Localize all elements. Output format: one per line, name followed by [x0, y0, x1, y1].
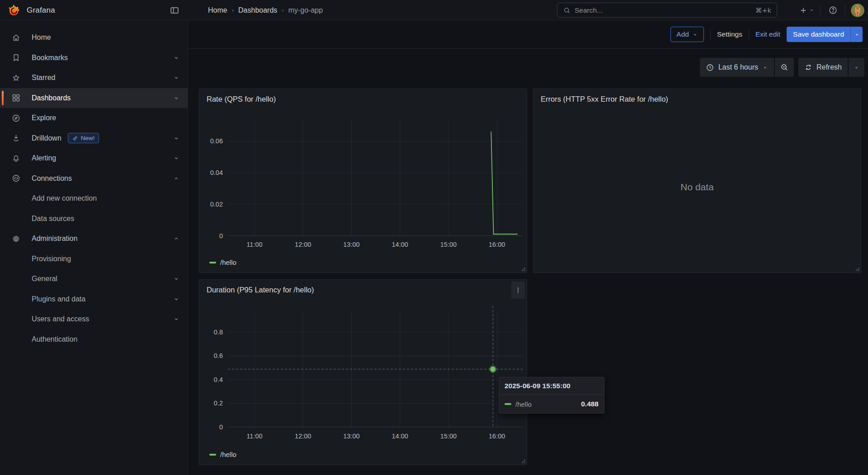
help-button[interactable] — [826, 4, 840, 17]
svg-text:16:00: 16:00 — [489, 433, 505, 440]
chevron-up-icon[interactable] — [173, 235, 179, 242]
svg-text:12:00: 12:00 — [295, 433, 311, 440]
chevron-down-icon — [762, 65, 768, 71]
chevron-down-icon — [854, 32, 860, 38]
clock-icon — [706, 63, 714, 72]
top-navbar: Grafana Home › Dashboards › my-go-app ⌘+… — [0, 0, 868, 20]
tooltip-series-value: 0.488 — [581, 400, 599, 408]
time-range-picker-button[interactable]: Last 6 hours — [700, 58, 774, 77]
chevron-down-icon[interactable] — [173, 75, 179, 81]
panel-errors-header[interactable]: Errors (HTTP 5xx Error Rate for /hello) — [533, 89, 861, 109]
time-range-group: Last 6 hours — [700, 58, 794, 77]
breadcrumb-current-dashboard: my-go-app — [288, 6, 323, 14]
sidebar-toggle-button[interactable] — [168, 4, 181, 17]
sidebar-item-dashboards[interactable]: Dashboards — [0, 88, 188, 108]
panel-menu-button[interactable] — [511, 282, 525, 299]
chevron-down-icon[interactable] — [173, 135, 179, 141]
panel-title[interactable]: Duration (P95 Latency for /hello) — [207, 286, 314, 294]
tooltip-series-name: /hello — [515, 400, 532, 408]
chevron-down-icon[interactable] — [173, 55, 179, 61]
svg-text:0.4: 0.4 — [214, 376, 223, 383]
tooltip-timestamp: 2025-06-09 15:55:00 — [499, 377, 604, 395]
dashboard-edit-toolbar: Add Settings Exit edit Save dashboard — [189, 20, 868, 49]
svg-text:14:00: 14:00 — [392, 241, 408, 248]
panel-rate: Rate (QPS for /hello) 11:0012:0013:0014:… — [199, 89, 527, 273]
panel-rate-header[interactable]: Rate (QPS for /hello) — [199, 89, 527, 109]
add-panel-button[interactable]: Add — [670, 27, 704, 42]
user-avatar[interactable] — [851, 4, 864, 17]
brand-area: Grafana — [7, 0, 55, 20]
sidebar-item-label: Starred — [32, 74, 55, 82]
sidebar-item-bookmarks[interactable]: Bookmarks — [0, 48, 188, 68]
sidebar-item-authentication[interactable]: Authentication — [0, 329, 188, 350]
chevron-down-icon — [692, 32, 698, 38]
sidebar-item-users-and-access[interactable]: Users and access — [0, 309, 188, 329]
sidebar-item-label: Dashboards — [32, 94, 71, 102]
chevron-down-icon[interactable] — [173, 95, 179, 101]
svg-text:13:00: 13:00 — [343, 433, 359, 440]
panel-resize-handle[interactable] — [854, 265, 860, 272]
panel-title[interactable]: Errors (HTTP 5xx Error Rate for /hello) — [541, 95, 668, 103]
sidebar-item-data-sources[interactable]: Data sources — [0, 209, 188, 229]
search-input[interactable] — [575, 6, 752, 14]
chevron-up-icon[interactable] — [173, 175, 179, 182]
save-dashboard-button[interactable]: Save dashboard — [787, 27, 850, 42]
nav-right-actions — [799, 0, 864, 20]
chevron-down-icon[interactable] — [173, 276, 179, 282]
sidebar-item-add-new-connection[interactable]: Add new connection — [0, 188, 188, 209]
sidebar-item-provisioning[interactable]: Provisioning — [0, 249, 188, 269]
legend-item-hello[interactable]: /hello — [209, 451, 236, 458]
legend-label: /hello — [220, 259, 236, 266]
chevron-down-icon[interactable] — [173, 296, 179, 302]
panel-duration-header[interactable]: Duration (P95 Latency for /hello) — [199, 280, 527, 300]
svg-text:15:00: 15:00 — [440, 241, 457, 248]
svg-text:12:00: 12:00 — [295, 241, 311, 248]
exit-edit-button[interactable]: Exit edit — [755, 30, 780, 38]
chevron-down-icon[interactable] — [173, 316, 179, 322]
rocket-icon — [72, 135, 78, 141]
sidebar-item-general[interactable]: General — [0, 269, 188, 289]
new-menu-button[interactable] — [799, 6, 815, 15]
breadcrumb-home[interactable]: Home — [208, 6, 227, 14]
search-shortcut-hint: ⌘+k — [755, 7, 771, 14]
legend-item-hello[interactable]: /hello — [209, 259, 236, 266]
legend-color-dash — [209, 262, 216, 263]
sidebar-item-label: Provisioning — [32, 255, 71, 263]
divider — [845, 5, 845, 15]
sidebar-nav: HomeBookmarksStarredDashboardsExploreDri… — [0, 20, 188, 475]
sidebar-item-drilldown[interactable]: DrilldownNew! — [0, 128, 188, 149]
panel-resize-handle[interactable] — [519, 457, 526, 464]
settings-button[interactable]: Settings — [717, 30, 742, 38]
sidebar-item-home[interactable]: Home — [0, 28, 188, 48]
search-icon — [563, 6, 571, 14]
sidebar-item-alerting[interactable]: Alerting — [0, 148, 188, 169]
svg-text:11:00: 11:00 — [246, 241, 262, 248]
sidebar-item-label: Bookmarks — [32, 54, 68, 62]
panel-resize-handle[interactable] — [519, 265, 526, 272]
refresh-button[interactable]: Refresh — [798, 58, 848, 77]
svg-text:0.04: 0.04 — [210, 169, 223, 176]
badge-label: New! — [81, 135, 95, 141]
save-dashboard-options-button[interactable] — [850, 27, 863, 42]
svg-text:15:00: 15:00 — [440, 433, 457, 440]
panel-title[interactable]: Rate (QPS for /hello) — [207, 95, 276, 103]
breadcrumb: Home › Dashboards › my-go-app — [208, 0, 323, 20]
sidebar-item-explore[interactable]: Explore — [0, 108, 188, 128]
search-input-box[interactable]: ⌘+k — [557, 3, 777, 18]
bookmark-icon — [11, 53, 32, 62]
compass-icon — [11, 113, 32, 123]
sidebar-item-label: Home — [32, 33, 51, 42]
sidebar-item-administration[interactable]: Administration — [0, 229, 188, 249]
time-range-label: Last 6 hours — [718, 63, 758, 71]
refresh-interval-button[interactable] — [849, 58, 864, 77]
grafana-logo-icon[interactable] — [7, 4, 20, 17]
brand-name: Grafana — [27, 6, 55, 15]
sidebar-item-starred[interactable]: Starred — [0, 68, 188, 88]
sidebar-item-connections[interactable]: Connections — [0, 169, 188, 189]
apps-icon — [11, 93, 32, 103]
svg-text:0.8: 0.8 — [214, 329, 223, 336]
chevron-down-icon[interactable] — [173, 155, 179, 161]
zoom-out-time-button[interactable] — [775, 58, 794, 77]
sidebar-item-plugins-and-data[interactable]: Plugins and data — [0, 289, 188, 310]
breadcrumb-dashboards[interactable]: Dashboards — [238, 6, 277, 14]
